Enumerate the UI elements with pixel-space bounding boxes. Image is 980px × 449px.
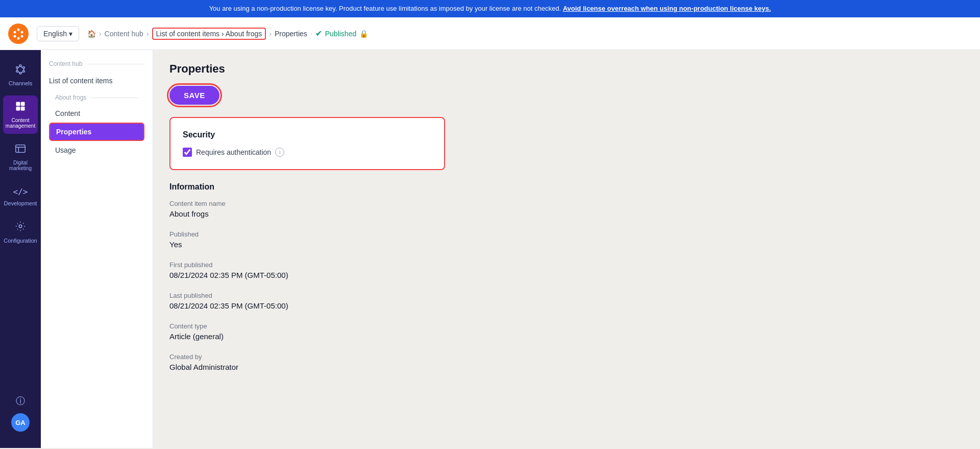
info-label-published: Published xyxy=(169,230,588,238)
sub-sidebar: Content hub List of content items About … xyxy=(41,50,153,448)
svg-point-8 xyxy=(23,70,25,73)
auth-info-icon[interactable]: i xyxy=(275,148,284,157)
chevron-down-icon: ▾ xyxy=(69,30,72,38)
svg-point-5 xyxy=(14,31,16,33)
info-button[interactable]: ⓘ xyxy=(16,395,25,407)
security-card: Security Requires authentication i xyxy=(169,117,445,170)
svg-point-3 xyxy=(17,37,20,39)
requires-auth-label: Requires authentication xyxy=(196,148,271,156)
auth-checkbox-row: Requires authentication i xyxy=(183,148,432,157)
app-logo[interactable] xyxy=(8,23,29,44)
info-field-name: Content item name About frogs xyxy=(169,200,588,218)
info-label-first-published: First published xyxy=(169,261,588,269)
avatar[interactable]: GA xyxy=(11,413,30,432)
info-value-name: About frogs xyxy=(169,209,588,218)
svg-line-15 xyxy=(18,72,19,73)
info-field-content-type: Content type Article (general) xyxy=(169,322,588,341)
published-badge: ✔ Published 🔒 xyxy=(315,29,369,38)
sidebar-label-digital-marketing: Digital marketing xyxy=(7,160,34,171)
info-label-created-by: Created by xyxy=(169,353,588,361)
save-button[interactable]: SAVE xyxy=(169,86,219,105)
banner-text: You are using a non-production license k… xyxy=(209,5,561,12)
info-field-published: Published Yes xyxy=(169,230,588,249)
breadcrumb-sep-2: › xyxy=(146,30,149,38)
requires-auth-checkbox[interactable] xyxy=(183,148,192,157)
security-title: Security xyxy=(183,130,432,139)
sub-nav-properties[interactable]: Properties xyxy=(49,123,144,141)
svg-point-1 xyxy=(21,31,23,33)
check-icon: ✔ xyxy=(315,29,322,38)
breadcrumb-properties: Properties xyxy=(275,30,307,38)
language-selector[interactable]: English ▾ xyxy=(37,26,79,41)
svg-point-25 xyxy=(19,225,22,228)
sidebar: Channels Content management xyxy=(0,50,41,448)
breadcrumb-sep-3: › xyxy=(269,30,272,38)
breadcrumb-home[interactable]: 🏠 xyxy=(87,30,96,38)
info-value-created-by: Global Administrator xyxy=(169,363,588,371)
sidebar-label-content-management: Content management xyxy=(6,117,35,129)
svg-point-2 xyxy=(21,35,23,37)
sub-nav-content[interactable]: Content xyxy=(49,105,144,122)
channels-icon xyxy=(15,63,26,77)
language-label: English xyxy=(43,30,67,38)
content-management-icon xyxy=(15,101,26,114)
svg-point-0 xyxy=(17,28,20,31)
svg-rect-22 xyxy=(16,145,25,153)
digital-marketing-icon xyxy=(15,143,26,157)
banner-link[interactable]: Avoid license overreach when using non-p… xyxy=(563,5,771,12)
lock-icon: 🔒 xyxy=(359,30,368,38)
svg-point-4 xyxy=(14,35,16,37)
sidebar-label-channels: Channels xyxy=(9,80,32,86)
main-content: Properties SAVE Security Requires authen… xyxy=(153,50,980,448)
published-label: Published xyxy=(325,30,357,38)
information-title: Information xyxy=(169,182,588,192)
info-field-last-published: Last published 08/21/2024 02:35 PM (GMT-… xyxy=(169,292,588,310)
license-banner: You are using a non-production license k… xyxy=(0,0,980,17)
sidebar-bottom: ⓘ GA xyxy=(11,395,30,440)
sub-nav-group-about-frogs: About frogs xyxy=(49,92,144,103)
info-value-first-published: 08/21/2024 02:35 PM (GMT-05:00) xyxy=(169,271,588,279)
gear-icon xyxy=(15,221,26,234)
info-value-published: Yes xyxy=(169,240,588,249)
svg-rect-20 xyxy=(16,107,20,110)
svg-rect-18 xyxy=(16,102,20,106)
sidebar-item-configuration[interactable]: Configuration xyxy=(3,216,38,249)
sidebar-item-channels[interactable]: Channels xyxy=(3,58,38,91)
information-section: Information Content item name About frog… xyxy=(169,182,588,371)
sidebar-item-content-management[interactable]: Content management xyxy=(3,96,38,134)
info-value-content-type: Article (general) xyxy=(169,332,588,341)
breadcrumb-content-hub[interactable]: Content hub xyxy=(105,30,143,38)
breadcrumb-sep-4: · xyxy=(310,30,312,38)
svg-point-9 xyxy=(19,73,21,75)
breadcrumb-sep-1: › xyxy=(99,30,102,38)
svg-rect-19 xyxy=(21,102,24,106)
sidebar-item-digital-marketing[interactable]: Digital marketing xyxy=(3,138,38,176)
sub-nav-usage[interactable]: Usage xyxy=(49,142,144,158)
svg-rect-21 xyxy=(21,107,24,110)
main-layout: Channels Content management xyxy=(0,50,980,448)
sidebar-label-configuration: Configuration xyxy=(4,238,37,244)
info-value-last-published: 08/21/2024 02:35 PM (GMT-05:00) xyxy=(169,301,588,310)
info-label-content-type: Content type xyxy=(169,322,588,330)
info-field-created-by: Created by Global Administrator xyxy=(169,353,588,371)
info-label-last-published: Last published xyxy=(169,292,588,299)
sub-sidebar-section-content-hub: Content hub xyxy=(49,60,144,67)
development-icon: </> xyxy=(13,185,28,197)
sub-nav-list-items[interactable]: List of content items xyxy=(49,74,144,88)
sidebar-label-development: Development xyxy=(4,200,37,206)
breadcrumb: 🏠 › Content hub › List of content items … xyxy=(87,28,972,40)
page-title: Properties xyxy=(169,62,964,76)
svg-point-10 xyxy=(16,70,18,73)
header-bar: English ▾ 🏠 › Content hub › List of cont… xyxy=(0,17,980,50)
info-field-first-published: First published 08/21/2024 02:35 PM (GMT… xyxy=(169,261,588,279)
svg-line-14 xyxy=(21,72,23,73)
svg-point-6 xyxy=(19,65,21,67)
info-label-name: Content item name xyxy=(169,200,588,207)
sidebar-item-development[interactable]: </> Development xyxy=(3,180,38,211)
breadcrumb-list-items[interactable]: List of content items › About frogs xyxy=(152,28,266,40)
